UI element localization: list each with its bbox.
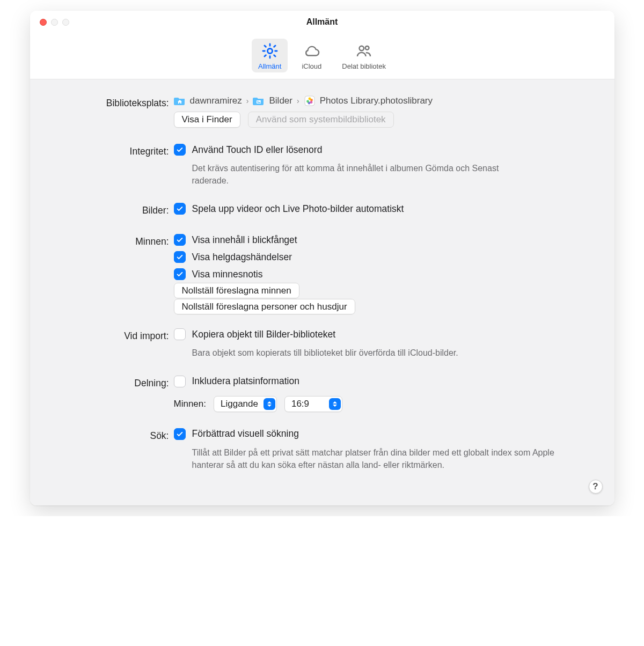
label-photos: Bilder:	[57, 203, 174, 218]
window-title: Allmänt	[30, 17, 614, 27]
reset-memories-button[interactable]: Nollställ föreslagna minnen	[174, 283, 299, 298]
svg-point-11	[306, 100, 309, 103]
memories-row: Minnen: Visa innehåll i blickfånget Visa…	[57, 234, 588, 312]
ratio-select[interactable]: 16:9	[284, 396, 342, 412]
pictures-folder-icon	[253, 96, 265, 106]
notif-checkbox[interactable]	[174, 268, 186, 280]
svg-point-1	[360, 46, 364, 51]
svg-point-0	[267, 48, 272, 53]
show-in-finder-button[interactable]: Visa i Finder	[174, 112, 240, 128]
autoplay-label: Spela upp videor och Live Photo-bilder a…	[192, 203, 404, 215]
orientation-value: Liggande	[221, 399, 258, 409]
photos-row: Bilder: Spela upp videor och Live Photo-…	[57, 203, 588, 218]
import-row: Vid import: Kopiera objekt till Bilder-b…	[57, 328, 588, 359]
tab-icloud-label: iCloud	[302, 62, 321, 70]
copy-import-checkbox[interactable]	[174, 328, 186, 340]
label-import: Vid import:	[57, 328, 174, 343]
updown-icon	[264, 398, 275, 410]
gear-icon	[261, 42, 279, 60]
prefs-pane: Biblioteksplats: dawnramirez › Bilder ›	[30, 79, 614, 505]
chevron-icon: ›	[246, 97, 249, 105]
memories-format-label: Minnen:	[174, 399, 206, 409]
breadcrumb-pictures: Bilder	[269, 96, 292, 106]
include-location-checkbox[interactable]	[174, 376, 186, 387]
holiday-label: Visa helgdagshändelser	[192, 252, 292, 263]
svg-point-2	[365, 46, 369, 50]
breadcrumb-user: dawnramirez	[190, 96, 242, 106]
help-button[interactable]: ?	[589, 480, 603, 494]
library-breadcrumb: dawnramirez › Bilder › Photos Library.ph…	[174, 96, 588, 106]
copy-import-desc: Bara objekt som kopierats till bibliotek…	[192, 346, 536, 359]
label-memories: Minnen:	[57, 234, 174, 249]
check-icon	[176, 270, 184, 278]
check-icon	[176, 253, 184, 261]
label-search: Sök:	[57, 428, 174, 443]
tab-shared-label: Delat bibliotek	[342, 62, 386, 70]
preferences-window: Allmänt Allmänt iCloud Delat bibliotek	[30, 11, 614, 505]
notif-label: Visa minnesnotis	[192, 269, 263, 280]
featured-checkbox[interactable]	[174, 234, 186, 246]
check-icon	[176, 205, 184, 212]
use-as-system-library-button: Använd som systembildbibliotek	[248, 112, 394, 128]
chevron-icon: ›	[297, 97, 299, 105]
tab-general[interactable]: Allmänt	[252, 39, 288, 72]
label-sharing: Delning:	[57, 376, 174, 391]
enhanced-search-desc: Tillåt att Bilder på ett privat sätt mat…	[192, 445, 579, 471]
reset-people-button[interactable]: Nollställ föreslagna personer och husdju…	[174, 299, 355, 314]
enhanced-search-label: Förbättrad visuell sökning	[192, 428, 299, 439]
ratio-value: 16:9	[291, 399, 324, 409]
label-library: Biblioteksplats:	[57, 96, 174, 111]
photos-library-icon	[304, 96, 316, 106]
touchid-desc: Det krävs autentisering för att komma åt…	[192, 161, 536, 187]
title-bar: Allmänt	[30, 11, 614, 33]
updown-icon	[329, 398, 341, 410]
check-icon	[176, 146, 184, 153]
breadcrumb-library: Photos Library.photoslibrary	[320, 96, 433, 106]
touchid-label: Använd Touch ID eller lösenord	[192, 144, 323, 156]
orientation-select[interactable]: Liggande	[214, 396, 277, 412]
tab-general-label: Allmänt	[258, 62, 281, 70]
check-icon	[176, 430, 184, 438]
cloud-icon	[303, 42, 321, 60]
svg-point-4	[258, 101, 259, 102]
autoplay-checkbox[interactable]	[174, 203, 186, 215]
tab-shared-library[interactable]: Delat bibliotek	[335, 39, 392, 72]
holiday-checkbox[interactable]	[174, 251, 186, 263]
library-location-row: Biblioteksplats: dawnramirez › Bilder ›	[57, 96, 588, 128]
label-integrity: Integritet:	[57, 144, 174, 159]
integrity-row: Integritet: Använd Touch ID eller löseno…	[57, 144, 588, 187]
include-location-label: Inkludera platsinformation	[192, 376, 299, 387]
people-icon	[355, 42, 373, 60]
check-icon	[176, 236, 184, 244]
featured-label: Visa innehåll i blickfånget	[192, 234, 297, 246]
home-folder-icon	[174, 96, 186, 106]
enhanced-search-checkbox[interactable]	[174, 428, 186, 440]
search-row: Sök: Förbättrad visuell sökning Tillåt a…	[57, 428, 588, 471]
copy-import-label: Kopiera objekt till Bilder-biblioteket	[192, 329, 336, 340]
touchid-checkbox[interactable]	[174, 144, 186, 156]
prefs-toolbar: Allmänt iCloud Delat bibliotek	[30, 33, 614, 79]
tab-icloud[interactable]: iCloud	[295, 39, 328, 72]
sharing-row: Delning: Inkludera platsinformation Minn…	[57, 376, 588, 412]
